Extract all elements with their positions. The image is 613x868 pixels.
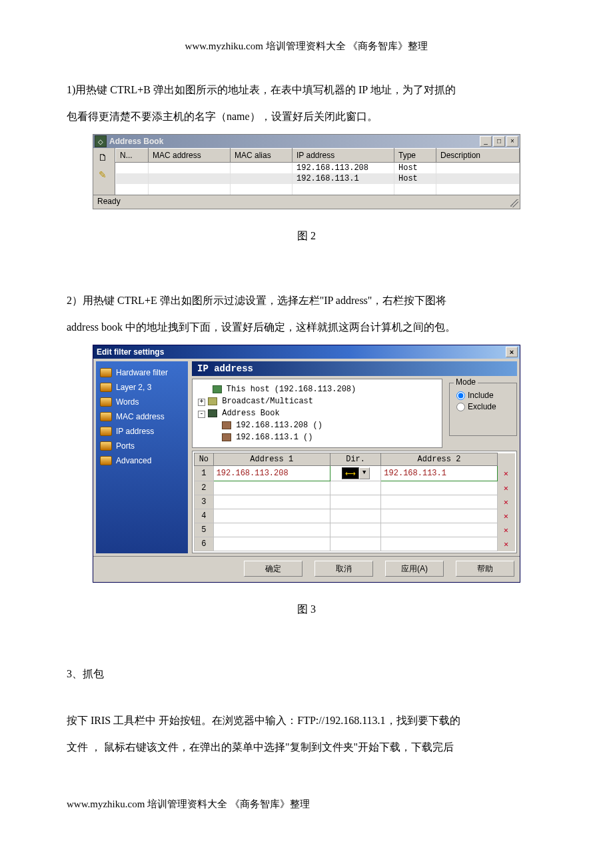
cell-address2[interactable]: 192.168.113.1	[381, 466, 497, 481]
pencil-icon: ✎	[99, 169, 107, 180]
address-book-titlebar[interactable]: ◇ Address Book _ □ ×	[93, 135, 520, 148]
filter-row[interactable]: 1 192.168.113.208 ⟷▼ 192.168.113.1 ✕	[195, 466, 515, 481]
filter-settings-window: Edit filter settings × Hardware filter L…	[93, 345, 520, 583]
col-dir[interactable]: Dir.	[330, 453, 380, 466]
direction-both-icon[interactable]: ⟷	[342, 467, 359, 479]
col-description[interactable]: Description	[436, 149, 520, 163]
status-bar: Ready	[93, 195, 520, 209]
folder-icon	[100, 441, 112, 451]
sidebar-item-label: Words	[116, 397, 139, 407]
paragraph-1-line2: 包看得更清楚不要添主机的名字（name），设置好后关闭此窗口。	[67, 106, 546, 127]
sidebar-item-label: Ports	[116, 441, 135, 451]
sidebar-item-hardware-filter[interactable]: Hardware filter	[99, 365, 185, 380]
col-no[interactable]: No	[195, 453, 214, 466]
paragraph-4-line2: 文件 ， 鼠标右键该文件，在弹出的菜单中选择"复制到文件夹"开始下载，下载完后	[67, 737, 546, 758]
paragraph-1-line1: 1)用热键 CTRL+B 弹出如图所示的地址表，在表中填写机器的 IP 地址，为…	[67, 79, 546, 101]
filter-row[interactable]: 5✕	[195, 523, 515, 537]
cell-type: Host	[394, 173, 436, 184]
col-ip[interactable]: IP address	[293, 149, 394, 163]
close-button[interactable]: ×	[506, 136, 518, 147]
sidebar-item-words[interactable]: Words	[99, 395, 185, 409]
delete-row-button[interactable]: ✕	[497, 523, 514, 537]
mode-include-radio[interactable]: Include	[456, 391, 510, 400]
tree-label: 192.168.113.1 ()	[236, 433, 312, 442]
address-tree[interactable]: This host (192.168.113.208) + Broadcast/…	[192, 379, 442, 448]
delete-row-button[interactable]: ✕	[497, 481, 514, 495]
panel-title: IP address	[192, 361, 517, 376]
ok-button[interactable]: 确定	[244, 561, 303, 577]
folder-icon	[100, 383, 112, 392]
cell-no: 4	[195, 509, 214, 523]
tree-node-broadcast[interactable]: + Broadcast/Multicast	[198, 395, 436, 407]
folder-icon	[100, 368, 112, 377]
col-address2[interactable]: Address 2	[381, 453, 497, 466]
col-mac-alias[interactable]: MAC alias	[231, 149, 293, 163]
sidebar-item-ports[interactable]: Ports	[99, 439, 185, 453]
filter-sidebar: Hardware filter Layer 2, 3 Words MAC add…	[96, 361, 188, 553]
tree-node-addr1[interactable]: 192.168.113.208 ()	[198, 419, 436, 431]
col-type[interactable]: Type	[394, 149, 436, 163]
cell-no: 1	[195, 466, 214, 481]
new-entry-button[interactable]: 🗋	[95, 149, 111, 165]
delete-row-button[interactable]: ✕	[497, 537, 514, 551]
sidebar-item-label: MAC address	[116, 412, 165, 421]
radio-label: Include	[468, 391, 494, 400]
sidebar-item-advanced[interactable]: Advanced	[99, 453, 185, 468]
figure-3-caption: 图 3	[67, 603, 546, 617]
table-row[interactable]: 192.168.113.1 Host	[116, 173, 520, 184]
delete-row-button[interactable]: ✕	[497, 466, 514, 481]
dropdown-icon[interactable]: ▼	[359, 467, 370, 479]
folder-icon	[100, 397, 112, 407]
tree-node-host[interactable]: This host (192.168.113.208)	[198, 383, 436, 395]
sidebar-item-ip-address[interactable]: IP address	[99, 424, 185, 439]
radio-include[interactable]	[456, 391, 465, 400]
cell-address1[interactable]: 192.168.113.208	[213, 466, 330, 481]
tree-node-address-book[interactable]: - Address Book	[198, 407, 436, 419]
help-button[interactable]: 帮助	[456, 561, 514, 577]
page-footer: www.myzhiku.com 培训管理资料大全 《商务智库》整理	[67, 798, 546, 811]
collapse-icon[interactable]: -	[198, 411, 205, 418]
delete-row-button[interactable]: ✕	[497, 495, 514, 509]
status-text: Ready	[97, 197, 121, 206]
filter-row[interactable]: 2✕	[195, 481, 515, 495]
sidebar-item-label: Layer 2, 3	[116, 383, 151, 392]
delete-row-button[interactable]: ✕	[497, 509, 514, 523]
filter-row[interactable]: 3✕	[195, 495, 515, 509]
tree-node-addr2[interactable]: 192.168.113.1 ()	[198, 431, 436, 443]
table-row[interactable]: 192.168.113.208 Host	[116, 163, 520, 174]
host-icon	[213, 385, 222, 393]
col-name[interactable]: N...	[116, 149, 149, 163]
cell-no: 5	[195, 523, 214, 537]
sidebar-item-layer23[interactable]: Layer 2, 3	[99, 380, 185, 395]
resize-grip-icon[interactable]	[510, 199, 518, 207]
filter-title: Edit filter settings	[95, 347, 506, 357]
apply-button[interactable]: 应用(A)	[385, 561, 444, 577]
address-icon	[222, 421, 231, 429]
address-book-grid[interactable]: N... MAC address MAC alias IP address Ty…	[115, 148, 520, 195]
col-mac[interactable]: MAC address	[149, 149, 231, 163]
minimize-button[interactable]: _	[480, 136, 492, 147]
sidebar-item-mac-address[interactable]: MAC address	[99, 409, 185, 424]
radio-exclude[interactable]	[456, 403, 465, 411]
sidebar-item-label: Hardware filter	[116, 368, 168, 377]
expand-icon[interactable]: +	[198, 399, 205, 406]
cell-direction[interactable]: ⟷▼	[330, 466, 380, 481]
table-row[interactable]	[116, 184, 520, 195]
cell-ip: 192.168.113.1	[293, 173, 394, 184]
folder-icon	[100, 412, 112, 421]
close-button[interactable]: ×	[506, 347, 518, 357]
cell-ip: 192.168.113.208	[293, 163, 394, 174]
maximize-button[interactable]: □	[493, 136, 505, 147]
col-address1[interactable]: Address 1	[213, 453, 330, 466]
filter-row[interactable]: 4✕	[195, 509, 515, 523]
address-book-window: ◇ Address Book _ □ × 🗋 ✎ N... MAC addres…	[93, 134, 520, 209]
edit-entry-button[interactable]: ✎	[95, 167, 111, 183]
mode-exclude-radio[interactable]: Exclude	[456, 402, 510, 411]
tree-label: This host (192.168.113.208)	[227, 385, 356, 394]
filter-titlebar[interactable]: Edit filter settings ×	[93, 345, 520, 359]
address-filter-grid[interactable]: No Address 1 Dir. Address 2 1 192.168.11…	[192, 451, 517, 553]
cancel-button[interactable]: 取消	[314, 561, 373, 577]
address-book-icon	[208, 409, 217, 417]
filter-row[interactable]: 6✕	[195, 537, 515, 551]
paragraph-2-line1: 2）用热键 CTRL+E 弹出如图所示过滤设置，选择左栏"IP address"…	[67, 290, 546, 311]
